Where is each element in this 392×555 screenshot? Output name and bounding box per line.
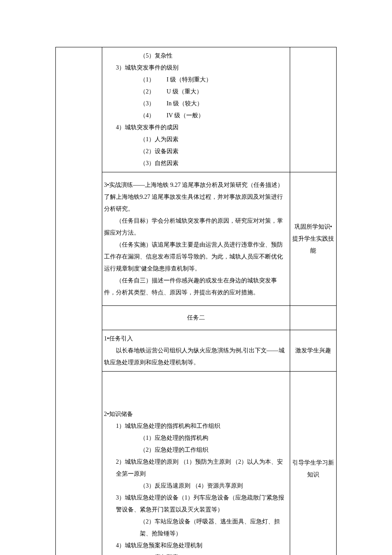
content-cell-2: 3•实战演练——上海地铁 9.27 追尾事故分析及对策研究（任务描述）了解上海地… <box>102 172 290 306</box>
level-3-text: In 级（较大） <box>167 100 203 107</box>
level-3-row: （3） In 级（较大） <box>104 98 288 110</box>
level-1-num: （1） <box>140 76 155 83</box>
right-empty-task2 <box>290 306 337 330</box>
right-note-2: 巩固所学知识•提升学生实践技能 <box>290 172 337 306</box>
k-h1a: （1）应急处理的指挥机构 <box>104 432 288 444</box>
right-note-3: 激发学生兴趣 <box>290 330 337 372</box>
k-h2b: （3）反应迅速原则 （4）资源共享原则 <box>104 480 288 492</box>
level-2-row: （2） U 级（重大） <box>104 86 288 98</box>
cause-3: （3）自然因素 <box>104 157 288 169</box>
content-cell-4: 2•知识储备 1）城轨应急处理的指挥机构和工作组织 （1）应急处理的指挥机构 （… <box>102 372 290 555</box>
k-h1b: （2）应急处理的工作组织 <box>104 444 288 456</box>
heading-levels: 3）城轨突发事件的级别 <box>104 62 288 74</box>
task2-header: 任务二 <box>102 306 290 330</box>
level-1-row: （1） I 级（特别重大） <box>104 74 288 86</box>
level-2-num: （2） <box>140 88 155 95</box>
level-4-text: IV 级（一般） <box>167 112 204 119</box>
cause-2: （2）设备因素 <box>104 145 288 157</box>
level-4-num: （4） <box>140 112 155 119</box>
cause-1: （1）人为因素 <box>104 134 288 145</box>
practice-p2: （任务目标）学会分析城轨突发事件的原因，研究应对对策，掌握应对方法。 <box>104 215 288 239</box>
level-2-text: U 级（重大） <box>167 88 202 95</box>
document-table: （5）复杂性 3）城轨突发事件的级别 （1） I 级（特别重大） （2） U 级… <box>55 47 337 555</box>
task-intro-title: 1•任务引入 <box>104 333 288 345</box>
k-h3: 3）城轨应急处理的设备（1）列车应急设备（应急疏散门'紧急报警设备、紧急开门装置… <box>104 492 288 516</box>
k-h4: 4）城轨应急预案和应急处理机制 <box>104 540 288 552</box>
task-intro-body: 以长春地铁运营公司组织人为纵火应急演练为例,引出下文——城轨应急处理原则和应急处… <box>104 345 288 369</box>
practice-p4: （任务自三）描述一件你感兴趣的或发生在身边的城轨突发事件，分析其类型、特点、原因… <box>104 275 288 299</box>
item-complexity: （5）复杂性 <box>104 50 288 62</box>
k-h1: 1）城轨应急处理的指挥机构和工作组织 <box>104 420 288 432</box>
content-cell-1: （5）复杂性 3）城轨突发事件的级别 （1） I 级（特别重大） （2） U 级… <box>102 47 290 172</box>
k-h2: 2）城轨应急处理的原则 （1）预防为主原则 （2）以人为本、安全第一原则 <box>104 456 288 480</box>
practice-p1: 3•实战演练——上海地铁 9.27 追尾事故分析及对策研究（任务描述）了解上海地… <box>104 179 288 215</box>
heading-causes: 4）城轨突发事件的成因 <box>104 122 288 134</box>
level-4-row: （4） IV 级（一般） <box>104 110 288 122</box>
left-empty-column <box>56 47 102 555</box>
right-empty-1 <box>290 47 337 172</box>
level-3-num: （3） <box>140 100 155 107</box>
practice-p3: （任务实施）该追尾事故主要是由运营人员进行违章作业、预防工作存在漏洞、信息发布滞… <box>104 239 288 275</box>
level-1-text: I 级（特别重大） <box>167 76 212 83</box>
right-note-4: 引导学生学习新知识 <box>290 372 337 555</box>
content-cell-3: 1•任务引入 以长春地铁运营公司组织人为纵火应急演练为例,引出下文——城轨应急处… <box>102 330 290 372</box>
knowledge-title: 2•知识储备 <box>104 408 288 420</box>
k-h4a: （1）应急预案 <box>104 552 288 555</box>
k-h3b: （2）车站应急设备（呼吸器、逃生面具、应急灯、担架、抢险锤等） <box>104 516 288 540</box>
